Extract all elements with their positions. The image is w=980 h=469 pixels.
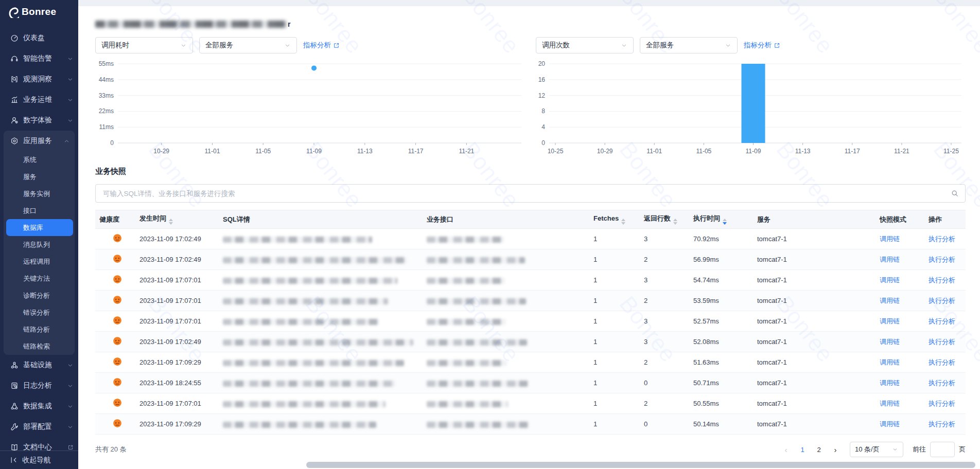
docs-icon — [10, 443, 19, 450]
health-cell — [95, 332, 135, 352]
bar[interactable] — [741, 64, 765, 143]
time-cell: 2023-11-09 17:07:01 — [135, 270, 219, 291]
page-button-2[interactable]: 2 — [813, 443, 825, 456]
health-warning-icon — [113, 377, 122, 387]
service-select-duration[interactable]: 全部服务 — [199, 37, 297, 53]
exec-analysis-link[interactable]: 执行分析 — [929, 235, 955, 243]
fetches-cell: 1 — [589, 373, 640, 393]
sidebar-item-远程调用[interactable]: 远程调用 — [6, 253, 73, 270]
exec-analysis-link[interactable]: 执行分析 — [929, 358, 955, 366]
sidebar-item-接口[interactable]: 接口 — [6, 202, 73, 219]
sidebar-item-文档中心[interactable]: 文档中心 — [0, 437, 78, 450]
sidebar-subitem-label: 关键方法 — [23, 274, 50, 283]
trace-link[interactable]: 调用链 — [880, 297, 900, 304]
sql-cell — [219, 311, 423, 332]
column-header-快照模式: 快照模式 — [876, 210, 924, 229]
sidebar-item-日志分析[interactable]: 日志分析 — [0, 375, 78, 396]
pagination: ‹12›10 条/页前往页 — [780, 442, 966, 457]
exec-analysis-link[interactable]: 执行分析 — [929, 420, 955, 428]
search-input[interactable] — [102, 189, 951, 198]
sidebar-item-错误分析[interactable]: 错误分析 — [6, 304, 73, 321]
sql-cell — [219, 270, 423, 291]
exec-analysis-link[interactable]: 执行分析 — [929, 379, 955, 387]
sidebar-item-数据库[interactable]: 数据库 — [6, 219, 73, 236]
time-cell: 2023-11-09 18:24:55 — [135, 373, 219, 393]
trace-link[interactable]: 调用链 — [880, 276, 900, 284]
chevron-down-icon — [67, 424, 74, 430]
trace-link[interactable]: 调用链 — [880, 358, 900, 366]
horizontal-scrollbar-thumb[interactable] — [306, 462, 975, 468]
exec-analysis-link[interactable]: 执行分析 — [929, 256, 955, 263]
health-icon-wrap — [113, 254, 122, 263]
trace-link[interactable]: 调用链 — [880, 420, 900, 428]
sidebar-item-服务[interactable]: 服务 — [6, 168, 73, 185]
metric-select-duration[interactable]: 调用耗时 — [95, 37, 193, 53]
sidebar-item-业务运维[interactable]: 业务运维 — [0, 89, 78, 110]
sidebar-subitem-label: 接口 — [23, 206, 37, 215]
exec-analysis-link[interactable]: 执行分析 — [929, 317, 955, 325]
column-header-Fetches[interactable]: Fetches — [589, 210, 640, 229]
count-chart: 04812162010-2510-2911-0111-0511-0911-131… — [536, 58, 966, 158]
service-select-count[interactable]: 全部服务 — [640, 37, 738, 53]
prev-page-button[interactable]: ‹ — [780, 443, 792, 456]
fetches-cell: 1 — [589, 352, 640, 373]
sidebar-item-智能告警[interactable]: 智能告警 — [0, 48, 78, 69]
snapshot-mode-cell: 调用链 — [876, 229, 924, 249]
page-size-value: 10 条/页 — [855, 445, 880, 454]
trace-link[interactable]: 调用链 — [880, 317, 900, 325]
collapse-nav-button[interactable]: 收起导航 — [0, 450, 78, 469]
sidebar-item-系统[interactable]: 系统 — [6, 151, 73, 168]
exec-analysis-link[interactable]: 执行分析 — [929, 297, 955, 304]
sidebar-item-链路分析[interactable]: 链路分析 — [6, 321, 73, 338]
y-tick-label: 55ms — [99, 60, 114, 67]
sidebar-item-诊断分析[interactable]: 诊断分析 — [6, 287, 73, 304]
trace-link[interactable]: 调用链 — [880, 400, 900, 407]
sidebar-item-部署配置[interactable]: 部署配置 — [0, 417, 78, 437]
sidebar-item-数字体验[interactable]: 数字体验 — [0, 110, 78, 131]
health-icon-wrap — [113, 377, 122, 387]
goto-page-input[interactable] — [930, 442, 955, 457]
sidebar-item-应用服务[interactable]: 应用服务 — [4, 131, 75, 151]
sidebar-item-基础设施[interactable]: 基础设施 — [0, 355, 78, 375]
sidebar-subitem-label: 消息队列 — [23, 240, 50, 249]
sidebar-item-消息队列[interactable]: 消息队列 — [6, 236, 73, 253]
metric-analysis-link-count[interactable]: 指标分析 — [744, 41, 780, 50]
health-cell — [95, 291, 135, 311]
sidebar-subitem-label: 链路检索 — [23, 342, 50, 351]
next-page-button[interactable]: › — [829, 443, 842, 456]
bonree-logo-icon — [7, 6, 19, 18]
action-cell: 执行分析 — [924, 311, 966, 332]
trace-link[interactable]: 调用链 — [880, 379, 900, 387]
sidebar-item-服务实例[interactable]: 服务实例 — [6, 185, 73, 202]
exec-analysis-link[interactable]: 执行分析 — [929, 276, 955, 284]
health-warning-icon — [113, 398, 122, 407]
sidebar-item-观测洞察[interactable]: 观测洞察 — [0, 69, 78, 89]
trace-link[interactable]: 调用链 — [880, 338, 900, 346]
table-row: 2023-11-09 17:07:011253.59mstomcat7-1调用链… — [95, 291, 966, 311]
column-header-发生时间[interactable]: 发生时间 — [135, 210, 219, 229]
sidebar-item-仪表盘[interactable]: 仪表盘 — [0, 28, 78, 48]
exec-analysis-link[interactable]: 执行分析 — [929, 400, 955, 407]
trace-link[interactable]: 调用链 — [880, 235, 900, 243]
content-panel: r 调用耗时 全部服务 指标分析 — [78, 6, 980, 469]
metric-analysis-link-duration[interactable]: 指标分析 — [303, 41, 340, 50]
data-point[interactable] — [311, 65, 317, 70]
search-icon-wrap[interactable] — [951, 189, 959, 197]
sidebar-item-数据集成[interactable]: 数据集成 — [0, 396, 78, 417]
exec-time-cell: 52.57ms — [689, 311, 753, 332]
redacted-api-text — [427, 422, 529, 428]
exec-analysis-link[interactable]: 执行分析 — [929, 338, 955, 346]
page-size-select[interactable]: 10 条/页 — [850, 442, 903, 457]
chevron-down-icon-wrap — [67, 76, 74, 83]
logo[interactable]: Bonree — [0, 0, 78, 24]
metric-select-count[interactable]: 调用次数 — [536, 37, 634, 53]
y-tick-label: 12 — [538, 92, 546, 99]
trace-link[interactable]: 调用链 — [880, 256, 900, 263]
column-header-执行时间[interactable]: 执行时间 — [689, 210, 753, 229]
page-button-1[interactable]: 1 — [796, 443, 809, 456]
sidebar-item-链路检索[interactable]: 链路检索 — [6, 338, 73, 355]
column-header-返回行数[interactable]: 返回行数 — [640, 210, 689, 229]
time-cell: 2023-11-09 17:02:49 — [135, 332, 219, 352]
fetches-cell: 1 — [589, 291, 640, 311]
sidebar-item-关键方法[interactable]: 关键方法 — [6, 270, 73, 287]
